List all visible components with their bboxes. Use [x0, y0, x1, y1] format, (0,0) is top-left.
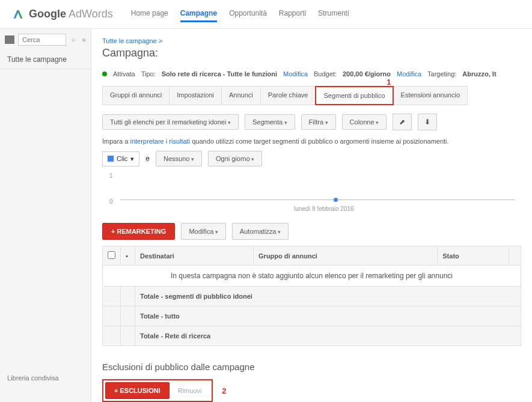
nav-opportunita[interactable]: Opportunità [229, 6, 267, 22]
remarketing-button[interactable]: + REMARKETING [102, 223, 175, 240]
tab-segmenti[interactable]: 1 Segmenti di pubblico [315, 86, 393, 105]
filter-dropdown[interactable]: Filtra [301, 114, 336, 130]
status-type-value: Solo rete di ricerca - Tutte le funzioni [162, 70, 277, 78]
chevron-down-icon: ▾ [130, 155, 134, 163]
logo-adwords: AdWords [69, 8, 113, 20]
tab-estensioni[interactable]: Estensioni annuncio [393, 86, 468, 105]
download-icon-button[interactable]: ⬇ [418, 114, 437, 130]
page-title: Campagna: [102, 47, 521, 59]
nav-tabs: Home page Campagne Opportunità Rapporti … [131, 6, 349, 22]
breadcrumb[interactable]: Tutte le campagne > [102, 37, 521, 44]
modify-dropdown[interactable]: Modifica [181, 223, 225, 240]
select-all-checkbox[interactable] [108, 251, 115, 259]
search-icon: ⌕ [72, 35, 76, 43]
logo: Google AdWords [12, 8, 113, 20]
table-total-row: Totale - segmenti di pubblico idonei [103, 287, 521, 306]
tab-parole[interactable]: Parole chiave [260, 86, 316, 105]
filter-e: e [145, 154, 150, 163]
columns-dropdown[interactable]: Colonne [342, 114, 387, 130]
col-extra [509, 246, 521, 266]
total-2: Totale - tutto [135, 306, 521, 326]
nav-strumenti[interactable]: Strumenti [318, 6, 349, 22]
daily-dropdown[interactable]: Ogni giorno [208, 151, 262, 166]
table-total-row: Totale - tutto [103, 306, 521, 326]
sub-tabs: Gruppi di annunci Impostazioni Annunci P… [102, 86, 521, 105]
total-3: Totale - Rete di ricerca [135, 326, 521, 346]
chart-axis-line [120, 199, 515, 200]
chart-y-0: 0 [109, 198, 113, 205]
status-targeting-value: Abruzzo, It [462, 70, 496, 78]
exclusions-title: Esclusioni di pubblico dalle campagne [102, 362, 521, 372]
sidebar-all-campaigns[interactable]: Tutte le campagne [0, 50, 91, 69]
hint-post: quando utilizzi come target segmenti di … [190, 138, 448, 145]
hint-text: Impara a interpretare i risultati quando… [102, 138, 521, 145]
nav-campagne[interactable]: Campagne [180, 6, 217, 22]
chart-data-point [334, 198, 338, 202]
tab-impostazioni[interactable]: Impostazioni [169, 86, 222, 105]
filter-row: Clic ▾ e Nessuno Ogni giorno [102, 151, 521, 166]
hint-link[interactable]: interpretare i risultati [130, 138, 190, 145]
lists-dropdown[interactable]: Tutti gli elenchi per il remarketing ido… [102, 114, 239, 130]
nav-home[interactable]: Home page [131, 6, 168, 22]
table-total-row: Totale - Rete di ricerca [103, 326, 521, 346]
hint-pre: Impara a [102, 138, 130, 145]
nav-rapporti[interactable]: Rapporti [279, 6, 306, 22]
search-input[interactable] [18, 34, 66, 46]
chart-y-1: 1 [109, 172, 113, 179]
segment-dropdown[interactable]: Segmenta [245, 114, 295, 130]
nessuno-dropdown[interactable]: Nessuno [156, 151, 202, 166]
main-content: Tutte le campagne > Campagna: Attivata T… [91, 29, 532, 402]
clic-selector[interactable]: Clic ▾ [102, 151, 139, 166]
status-state: Attivata [113, 70, 135, 78]
col-destinatari[interactable]: Destinatari [135, 246, 254, 266]
status-budget-value: 200,00 €/giorno [343, 70, 391, 78]
tab-annunci[interactable]: Annunci [221, 86, 261, 105]
audiences-table: • Destinatari Gruppo di annunci Stato In… [102, 246, 521, 346]
col-gruppo[interactable]: Gruppo di annunci [254, 246, 438, 266]
add-exclusions-button[interactable]: + ESCLUSIONI [105, 382, 170, 399]
exclusions-actions: + ESCLUSIONI Rimuovi 2 [102, 379, 213, 402]
table-header-row: • Destinatari Gruppo di annunci Stato [103, 246, 521, 266]
col-stato[interactable]: Stato [438, 246, 509, 266]
col-status-dot: • [121, 246, 135, 266]
status-budget-label: Budget: [314, 70, 337, 78]
collapse-sidebar-icon[interactable]: « [82, 35, 86, 44]
total-1: Totale - segmenti di pubblico idonei [135, 287, 521, 306]
tab-segmenti-label: Segmenti di pubblico [323, 92, 385, 99]
adwords-logo-icon [12, 8, 24, 20]
status-type-label: Tipo: [141, 70, 156, 78]
app-header: Google AdWords Home page Campagne Opport… [0, 0, 532, 29]
empty-message: In questa campagna non è stato aggiunto … [103, 266, 521, 287]
chart: 1 0 lunedì 8 febbraio 2016 [120, 175, 515, 211]
tab-gruppi[interactable]: Gruppi di annunci [102, 86, 170, 105]
clic-label: Clic [117, 155, 127, 162]
status-targeting-label: Targeting: [427, 70, 456, 78]
toolbar: Tutti gli elenchi per il remarketing ido… [102, 114, 521, 130]
sidebar-shared-library[interactable]: Libreria condivisa [0, 370, 91, 386]
annotation-2: 2 [222, 386, 226, 395]
remove-exclusions-button[interactable]: Rimuovi [170, 383, 210, 398]
automate-dropdown[interactable]: Automatizza [232, 223, 289, 240]
edit-budget-link[interactable]: Modifica [397, 70, 421, 78]
folder-icon [5, 35, 14, 44]
edit-type-link[interactable]: Modifica [283, 70, 308, 78]
sidebar: ⌕ « Tutte le campagne Libreria condivisa [0, 29, 91, 402]
action-row: + REMARKETING Modifica Automatizza [102, 223, 521, 240]
logo-google: Google [29, 8, 66, 20]
chart-x-label: lunedì 8 febbraio 2016 [294, 206, 354, 212]
chart-icon-button[interactable]: ⬈ [393, 114, 412, 130]
annotation-1: 1 [387, 78, 391, 87]
status-dot-icon [102, 72, 107, 76]
table-empty-row: In questa campagna non è stato aggiunto … [103, 266, 521, 287]
status-row: Attivata Tipo: Solo rete di ricerca - Tu… [102, 70, 521, 78]
clic-color-icon [108, 156, 114, 162]
